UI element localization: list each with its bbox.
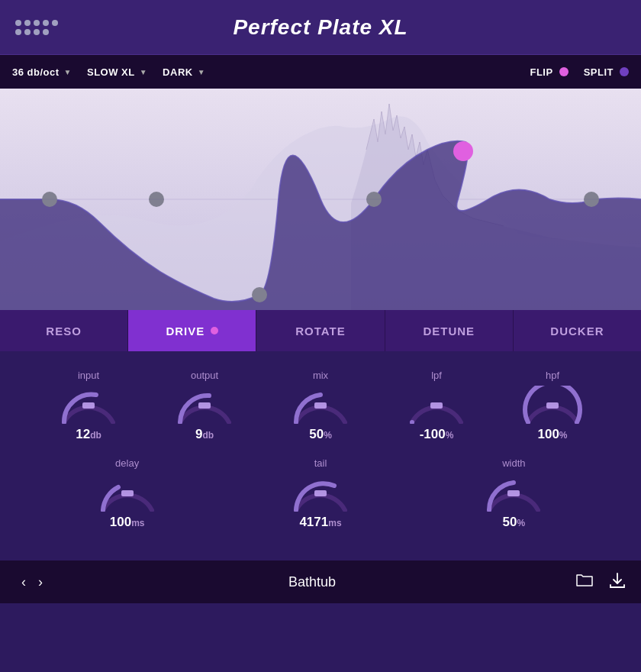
hpf-knob[interactable] [522,386,583,424]
eq-point-3[interactable] [252,287,267,302]
next-button[interactable]: › [32,574,49,590]
output-label: output [191,370,218,381]
svg-rect-2 [82,402,95,409]
tab-detune[interactable]: DETUNE [385,310,514,351]
delay-label: delay [115,457,139,469]
controls-row-1: input 12db output [31,370,610,442]
app-title: Perfect Plate XL [233,15,407,40]
mix-value: 50% [309,427,332,442]
width-knob[interactable] [483,473,544,512]
knob-mix: mix 50% [290,370,351,442]
flip-label: FLIP [530,66,552,78]
knob-delay: delay 100ms [97,457,158,530]
split-label: SPLIT [584,66,614,78]
bottombar: ‹ › Bathtub [0,561,641,603]
svg-rect-6 [546,402,559,409]
mix-label: mix [313,370,328,381]
prev-button[interactable]: ‹ [15,574,32,590]
tab-rotate[interactable]: ROTATE [256,310,385,351]
eq-point-active[interactable] [453,141,473,161]
toolbar-right: FLIP SPLIT [530,66,629,78]
controls-area: input 12db output [0,351,641,561]
tab-rotate-label: ROTATE [295,325,345,338]
tab-drive[interactable]: DRIVE [128,310,256,351]
svg-rect-8 [314,490,327,496]
flip-toggle[interactable]: FLIP [530,66,568,78]
hpf-value: 100% [537,427,567,442]
db-oct-label: 36 db/oct [12,66,60,78]
tab-reso-label: RESO [46,325,82,338]
dark-label: DARK [163,66,193,78]
dark-chevron: ▼ [198,68,205,76]
controls-row-2: delay 100ms tail [31,457,610,530]
svg-rect-3 [198,402,211,409]
delay-knob[interactable] [97,473,158,512]
header: Perfect Plate XL [0,0,641,55]
toolbar-slow-xl[interactable]: SLOW XL ▼ [87,66,163,78]
knob-tail: tail 4171ms [290,457,351,530]
knob-input: input 12db [58,370,119,442]
tab-detune-label: DETUNE [423,325,475,338]
svg-rect-7 [121,490,134,496]
lpf-knob[interactable] [406,386,467,424]
hpf-label: hpf [546,370,559,381]
input-value: 12db [76,427,101,442]
tail-value: 4171ms [299,515,341,530]
tab-drive-label: DRIVE [166,325,205,338]
slow-xl-chevron: ▼ [140,68,147,76]
flip-dot [559,67,569,76]
tab-drive-dot [211,327,218,334]
preset-name: Bathtub [49,574,575,590]
tail-label: tail [314,457,327,469]
svg-rect-4 [314,402,327,409]
lpf-value: -100% [420,427,454,442]
svg-rect-9 [507,490,520,496]
lpf-label: lpf [431,370,442,381]
eq-visualizer[interactable] [0,89,641,310]
input-label: input [78,370,99,381]
toolbar-dark[interactable]: DARK ▼ [163,66,221,78]
mix-knob[interactable] [290,386,351,424]
slow-xl-label: SLOW XL [87,66,135,78]
download-icon[interactable] [609,572,626,593]
output-knob[interactable] [174,386,235,424]
split-toggle[interactable]: SPLIT [584,66,629,78]
folder-icon[interactable] [575,572,594,593]
knob-lpf: lpf -100% [406,370,467,442]
delay-value: 100ms [110,515,145,530]
tail-knob[interactable] [290,473,351,512]
input-knob[interactable] [58,386,119,424]
width-label: width [502,457,525,469]
tabbar: RESO DRIVE ROTATE DETUNE DUCKER [0,310,641,351]
tab-ducker-label: DUCKER [550,325,604,338]
bottom-icons [575,572,626,593]
svg-rect-5 [430,402,443,409]
knob-width: width 50% [483,457,544,530]
output-value: 9db [195,427,214,442]
toolbar: 36 db/oct ▼ SLOW XL ▼ DARK ▼ FLIP SPLIT [0,55,641,89]
knob-output: output 9db [174,370,235,442]
logo [15,20,61,35]
tab-reso[interactable]: RESO [0,310,128,351]
toolbar-db-oct[interactable]: 36 db/oct ▼ [12,66,87,78]
knob-hpf: hpf 100% [522,370,583,442]
db-oct-chevron: ▼ [64,68,72,76]
width-value: 50% [503,515,526,530]
split-dot [620,67,629,76]
tab-ducker[interactable]: DUCKER [514,310,641,351]
